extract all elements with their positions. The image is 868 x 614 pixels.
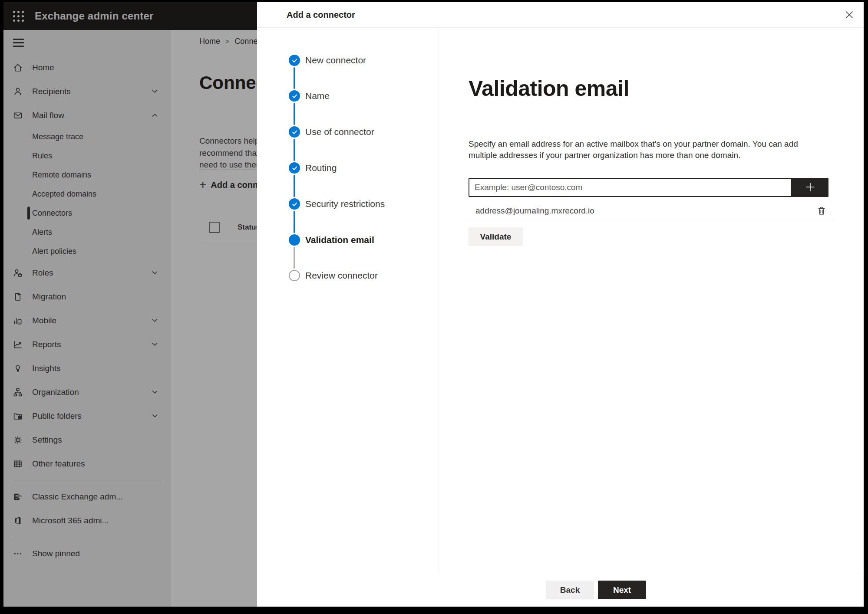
back-button[interactable]: Back bbox=[546, 581, 594, 599]
wizard-stepper: New connectorNameUse of connectorRouting… bbox=[257, 27, 439, 573]
step-check-icon bbox=[289, 126, 300, 138]
screen: Exchange admin center HomeRecipientsMail… bbox=[3, 2, 864, 607]
added-address-row: address@journaling.mxrecord.io bbox=[469, 201, 832, 221]
dialog-content: Validation email Specify an email addres… bbox=[439, 27, 864, 573]
step-label: Security restrictions bbox=[305, 199, 385, 209]
step-connector-line bbox=[294, 103, 295, 125]
validate-button[interactable]: Validate bbox=[469, 227, 523, 246]
step-label: Use of connector bbox=[305, 127, 374, 137]
wizard-step-routing[interactable]: Routing bbox=[289, 162, 337, 174]
step-label: Review connector bbox=[305, 270, 378, 281]
step-connector-line bbox=[294, 247, 295, 269]
step-label: Routing bbox=[305, 163, 337, 173]
step-check-icon bbox=[289, 55, 300, 66]
wizard-step-validation-email[interactable]: Validation email bbox=[289, 234, 374, 246]
dialog-title: Add a connector bbox=[287, 2, 355, 27]
step-connector-line bbox=[294, 175, 295, 197]
next-button[interactable]: Next bbox=[598, 581, 646, 599]
trash-icon[interactable] bbox=[814, 204, 829, 218]
close-icon[interactable] bbox=[842, 7, 857, 22]
added-address: address@journaling.mxrecord.io bbox=[475, 206, 814, 216]
wizard-step-name[interactable]: Name bbox=[289, 90, 330, 102]
step-circle-icon bbox=[289, 234, 300, 246]
step-label: Validation email bbox=[305, 235, 374, 245]
wizard-step-security-restrictions[interactable]: Security restrictions bbox=[289, 198, 385, 210]
step-connector-line bbox=[294, 211, 295, 233]
wizard-step-use-of-connector[interactable]: Use of connector bbox=[289, 126, 374, 138]
step-label: Name bbox=[305, 91, 330, 101]
step-check-icon bbox=[289, 162, 300, 174]
dialog-footer: Back Next bbox=[257, 573, 864, 607]
wizard-step-new-connector[interactable]: New connector bbox=[289, 55, 366, 66]
wizard-step-review-connector[interactable]: Review connector bbox=[289, 270, 378, 281]
plus-icon bbox=[804, 181, 816, 194]
step-connector-line bbox=[294, 67, 295, 89]
dialog-header: Add a connector bbox=[257, 2, 864, 28]
add-email-button[interactable] bbox=[792, 178, 828, 197]
validation-email-input[interactable] bbox=[469, 178, 792, 197]
step-description: Specify an email address for an active m… bbox=[469, 138, 798, 161]
add-connector-dialog: Add a connector New connectorNameUse of … bbox=[257, 2, 864, 607]
step-circle-icon bbox=[289, 270, 300, 281]
step-connector-line bbox=[294, 139, 295, 161]
step-check-icon bbox=[289, 90, 300, 102]
email-input-row bbox=[469, 178, 828, 197]
dialog-body: New connectorNameUse of connectorRouting… bbox=[257, 27, 864, 573]
step-label: New connector bbox=[305, 55, 366, 66]
step-heading: Validation email bbox=[469, 76, 629, 101]
step-check-icon bbox=[289, 198, 300, 210]
